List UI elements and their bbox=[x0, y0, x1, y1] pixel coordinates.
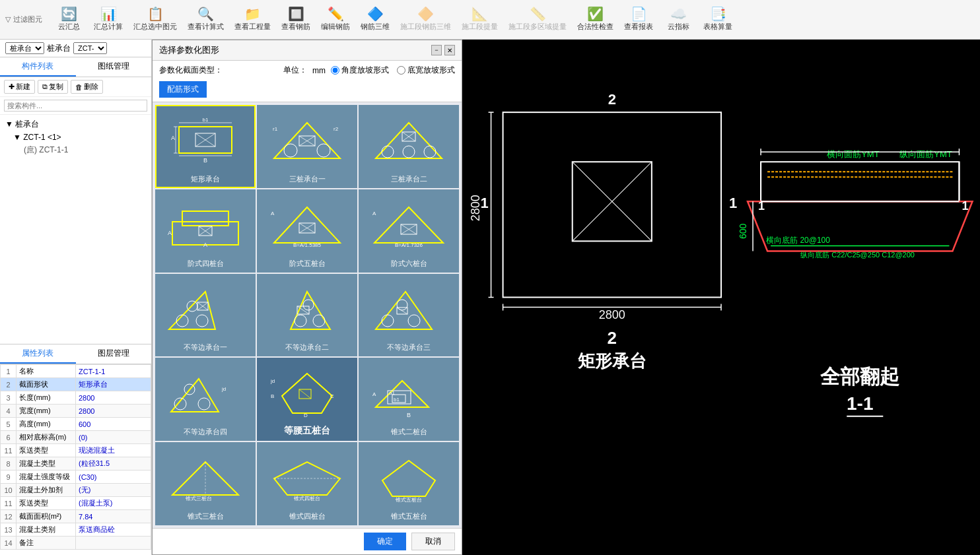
svg-rect-92 bbox=[503, 112, 721, 297]
unit-value: mm bbox=[312, 66, 326, 75]
shape-item-6[interactable]: 不等边承台一 bbox=[155, 274, 256, 357]
attr-row[interactable]: 5高度(mm)600 bbox=[1, 418, 151, 431]
shape-label-4: 阶式五桩台 bbox=[289, 259, 326, 269]
svg-text:A: A bbox=[168, 230, 172, 236]
shape-item-13[interactable]: 锥式四桩台 锥式四桩台 bbox=[257, 442, 357, 525]
attr-row[interactable]: 9混凝土强度等级(C30) bbox=[1, 471, 151, 484]
shape-item-14[interactable]: 锥式五桩台 锥式五桩台 bbox=[359, 442, 459, 525]
toolbar-btn-view-rebar[interactable]: 🔲 查看钢筋 bbox=[277, 5, 314, 34]
svg-point-60 bbox=[382, 315, 394, 327]
cad-canvas: 2 1 1 2800 2800 2 矩形承台 bbox=[462, 40, 980, 555]
svg-text:横向底筋 20@100: 横向底筋 20@100 bbox=[766, 236, 830, 245]
svg-point-21 bbox=[382, 146, 394, 158]
shape-item-0[interactable]: b1 A B bbox=[155, 105, 256, 188]
tab-drawing-management[interactable]: 图纸管理 bbox=[76, 57, 152, 77]
type-dropdown[interactable]: 桩承台 bbox=[5, 42, 44, 54]
config-rebar-btn[interactable]: 配筋形式 bbox=[159, 81, 207, 98]
toolbar-btn-edit-rebar[interactable]: ✏️ 编辑钢筋 bbox=[317, 5, 354, 34]
confirm-btn[interactable]: 确定 bbox=[364, 533, 406, 550]
svg-text:B=A/1.5385: B=A/1.5385 bbox=[293, 242, 322, 248]
svg-point-61 bbox=[408, 315, 420, 327]
toolbar-btn-multi-region[interactable]: 📏 施工段多区域提量 bbox=[505, 5, 571, 34]
shape-label-8: 不等边承台三 bbox=[387, 343, 431, 352]
attr-row[interactable]: 11泵送类型现浇混凝土 bbox=[1, 444, 151, 457]
tab-attr-list[interactable]: 属性列表 bbox=[0, 344, 76, 364]
shape-svg-rect: b1 A B bbox=[166, 117, 245, 164]
svg-marker-40 bbox=[374, 207, 443, 243]
attr-row[interactable]: 6相对底标高(m)(0) bbox=[1, 431, 151, 444]
cancel-btn[interactable]: 取消 bbox=[411, 533, 455, 550]
attr-row[interactable]: 3长度(mm)2800 bbox=[1, 391, 151, 405]
type-label: 桩承台 bbox=[47, 43, 71, 54]
tab-component-list[interactable]: 构件列表 bbox=[0, 57, 76, 77]
radio-width[interactable]: 底宽放坡形式 bbox=[397, 65, 455, 76]
attr-row[interactable]: 8混凝土类型(粒径31.5 bbox=[1, 457, 151, 471]
delete-btn[interactable]: 🗑 删除 bbox=[71, 80, 103, 94]
svg-text:锥式三桩台: 锥式三桩台 bbox=[185, 496, 212, 502]
shape-item-2[interactable]: 三桩承台二 bbox=[359, 105, 459, 188]
toolbar-btn-view-formula[interactable]: 🔍 查看计算式 bbox=[184, 5, 228, 34]
shape-item-10[interactable]: B C D jd 等腰五桩台 bbox=[257, 358, 357, 441]
dialog-subtitle-bar: 参数化截面类型： 单位： mm 角度放坡形式 底宽放坡形式 配筋形式 bbox=[153, 61, 462, 102]
toolbar-btn-construction-3d[interactable]: 🔶 施工段钢筋三维 bbox=[396, 5, 455, 34]
dialog-title-bar: 选择参数化图形 － ✕ bbox=[153, 40, 462, 61]
toolbar-btn-rebar-3d[interactable]: 🔷 钢筋三维 bbox=[357, 5, 394, 34]
toolbar-btn-construction-qty[interactable]: 📐 施工段提量 bbox=[458, 5, 502, 34]
attr-row[interactable]: 12截面面积(m²)7.84 bbox=[1, 510, 151, 523]
tree-child-zct1[interactable]: ▼ ZCT-1 <1> bbox=[3, 131, 149, 143]
svg-text:B: B bbox=[203, 157, 207, 164]
toolbar-btn-report[interactable]: 📄 查看报表 bbox=[620, 5, 657, 34]
close-btn[interactable]: ✕ bbox=[444, 45, 455, 55]
attr-table: 1名称ZCT-1-12截面形状矩形承台3长度(mm)28004宽度(mm)280… bbox=[0, 364, 151, 550]
cad-svg: 2 1 1 2800 2800 2 矩形承台 bbox=[462, 40, 980, 555]
toolbar-btn-view-qty[interactable]: 📁 查看工程量 bbox=[230, 5, 275, 34]
svg-text:A: A bbox=[372, 391, 376, 397]
shape-label-11: 锥式二桩台 bbox=[391, 427, 427, 437]
shape-item-4[interactable]: A B=A/1.5385 阶式五桩台 bbox=[257, 189, 357, 273]
radio-angle[interactable]: 角度放坡形式 bbox=[331, 65, 389, 76]
tab-layer-management[interactable]: 图层管理 bbox=[76, 344, 152, 364]
shape-item-1[interactable]: r1 r2 三桩承台一 bbox=[257, 105, 357, 188]
attr-row[interactable]: 1名称ZCT-1-1 bbox=[1, 365, 151, 378]
svg-text:2800: 2800 bbox=[469, 195, 482, 221]
shape-item-8[interactable]: 不等边承台三 bbox=[359, 274, 459, 357]
attr-row[interactable]: 14备注 bbox=[1, 537, 151, 550]
svg-text:2800: 2800 bbox=[599, 308, 625, 321]
svg-text:纵向面筋YMT: 纵向面筋YMT bbox=[899, 149, 952, 159]
shape-item-3[interactable]: A A 阶式四桩台 bbox=[155, 189, 256, 273]
toolbar-btn-table-calc[interactable]: 📑 表格算量 bbox=[699, 5, 736, 34]
toolbar-btn-legality[interactable]: ✅ 合法性检查 bbox=[573, 5, 617, 34]
attr-row[interactable]: 11泵送类型(混凝土泵) bbox=[1, 497, 151, 510]
attr-row[interactable]: 4宽度(mm)2800 bbox=[1, 405, 151, 418]
tree-grandchild-zct1-1[interactable]: (庶) ZCT-1-1 bbox=[3, 143, 149, 157]
code-dropdown[interactable]: ZCT- bbox=[73, 42, 107, 54]
shape-item-5[interactable]: A B=A/1.7326 阶式六桩台 bbox=[359, 189, 459, 273]
svg-text:A: A bbox=[372, 211, 376, 216]
search-input[interactable] bbox=[4, 100, 147, 112]
toolbar-btn-cloud-sum[interactable]: 🔄 云汇总 bbox=[50, 5, 87, 34]
attr-row[interactable]: 2截面形状矩形承台 bbox=[1, 378, 151, 391]
svg-marker-90 bbox=[382, 461, 435, 496]
attr-row[interactable]: 13混凝土类别泵送商品砼 bbox=[1, 523, 151, 537]
new-btn[interactable]: ✚ 新建 bbox=[4, 80, 35, 94]
svg-text:jd: jd bbox=[221, 386, 226, 392]
toolbar-btn-calc[interactable]: 📊 汇总计算 bbox=[90, 5, 127, 34]
shape-label-2: 三桩承台二 bbox=[391, 174, 427, 184]
copy-btn[interactable]: ⧉ 复制 bbox=[38, 80, 68, 94]
minimize-btn[interactable]: － bbox=[431, 45, 442, 55]
attr-row[interactable]: 10混凝土外加剂(无) bbox=[1, 484, 151, 497]
svg-text:1: 1 bbox=[962, 199, 968, 212]
shape-item-9[interactable]: jd 不等边承台四 bbox=[155, 358, 256, 441]
shape-item-12[interactable]: 锥式三桩台 锥式三桩台 bbox=[155, 442, 256, 525]
toolbar-btn-calc-sel[interactable]: 📋 汇总选中图元 bbox=[129, 5, 181, 34]
svg-text:jd: jd bbox=[270, 378, 275, 384]
filter-icon: ▽ bbox=[5, 15, 11, 24]
shape-label-7: 不等边承台二 bbox=[285, 343, 329, 352]
attr-table-section: 属性列表 图层管理 1名称ZCT-1-12截面形状矩形承台3长度(mm)2800… bbox=[0, 344, 151, 555]
svg-text:B=A/1.7326: B=A/1.7326 bbox=[395, 242, 423, 248]
tree-root[interactable]: ▼ 桩承台 bbox=[3, 117, 149, 131]
toolbar-btn-cloud-index[interactable]: ☁️ 云指标 bbox=[660, 5, 697, 34]
shape-label-12: 锥式三桩台 bbox=[188, 511, 224, 521]
shape-item-7[interactable]: 不等边承台二 bbox=[257, 274, 357, 357]
shape-item-11[interactable]: A a1 b1 B 锥式二桩台 bbox=[359, 358, 459, 441]
